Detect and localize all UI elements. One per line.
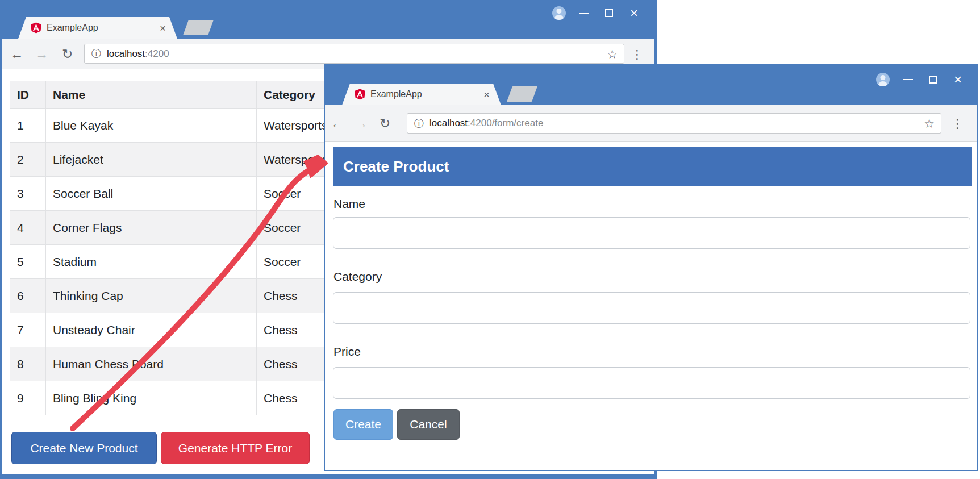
cancel-button[interactable]: Cancel	[397, 409, 460, 440]
form-title-bar: Create Product	[333, 147, 972, 186]
cell-name: Thinking Cap	[46, 279, 257, 313]
angular-logo-icon	[355, 89, 365, 100]
window-titlebar: ExampleApp × ×	[325, 65, 977, 105]
address-bar[interactable]: ⓘ localhost:4200 ☆	[84, 44, 624, 64]
refresh-icon[interactable]: ↻	[62, 47, 73, 60]
url-text: localhost:4200/form/create	[429, 118, 543, 129]
price-label: Price	[333, 345, 361, 359]
cell-name: Lifejacket	[46, 143, 257, 177]
bookmark-star-icon[interactable]: ☆	[924, 118, 935, 130]
column-header: ID	[10, 81, 46, 109]
cell-name: Bling Bling King	[46, 381, 257, 415]
price-input[interactable]	[333, 367, 970, 399]
tab-title: ExampleApp	[370, 89, 422, 99]
toolbar-separator	[945, 116, 945, 131]
tab-exampleapp[interactable]: ExampleApp ×	[342, 84, 501, 105]
generate-http-error-button[interactable]: Generate HTTP Error	[161, 432, 310, 464]
browser-menu-icon[interactable]: ⋮	[631, 48, 643, 60]
form-title: Create Product	[343, 158, 449, 176]
create-button[interactable]: Create	[333, 409, 393, 440]
close-button[interactable]: ×	[945, 72, 970, 88]
new-tab-button[interactable]	[507, 86, 537, 102]
address-bar[interactable]: ⓘ localhost:4200/form/create ☆	[407, 113, 941, 134]
page-info-icon[interactable]: ⓘ	[91, 47, 101, 60]
angular-logo-icon	[31, 22, 41, 34]
maximize-button[interactable]	[920, 72, 945, 88]
cell-id: 7	[10, 313, 46, 347]
forward-icon[interactable]: →	[35, 47, 48, 60]
forward-icon[interactable]: →	[355, 117, 368, 130]
profile-icon[interactable]	[547, 5, 572, 21]
profile-icon[interactable]	[870, 72, 895, 88]
cell-name: Human Chess Board	[46, 347, 257, 381]
cell-id: 6	[10, 279, 46, 313]
back-icon[interactable]: ←	[331, 117, 344, 130]
window-titlebar: ExampleApp × ×	[2, 0, 654, 39]
page: ExampleApp × × ← → ↻ ⓘ localhost:4200 ☆ …	[0, 0, 980, 479]
maximize-button[interactable]	[597, 5, 622, 21]
cell-name: Blue Kayak	[46, 109, 257, 143]
close-button[interactable]: ×	[622, 5, 647, 21]
refresh-icon[interactable]: ↻	[380, 117, 390, 130]
browser-toolbar: ← → ↻ ⓘ localhost:4200/form/create ☆ ⋮	[325, 105, 977, 142]
cell-name: Stadium	[46, 245, 257, 279]
cell-id: 9	[10, 381, 46, 415]
minimize-button[interactable]	[572, 5, 597, 21]
url-text: localhost:4200	[107, 48, 169, 60]
create-product-page: Create Product Name Category Price Creat…	[325, 142, 977, 470]
name-label: Name	[333, 197, 365, 211]
create-new-product-button[interactable]: Create New Product	[11, 432, 157, 464]
minimize-button[interactable]	[895, 72, 920, 88]
cell-name: Unsteady Chair	[46, 313, 257, 347]
cell-id: 1	[10, 109, 46, 143]
new-tab-button[interactable]	[183, 20, 214, 35]
cell-id: 4	[10, 211, 46, 245]
bookmark-star-icon[interactable]: ☆	[607, 48, 618, 60]
tab-close-icon[interactable]: ×	[160, 23, 166, 34]
tab-exampleapp[interactable]: ExampleApp ×	[18, 17, 177, 39]
cell-id: 5	[10, 245, 46, 279]
tab-close-icon[interactable]: ×	[483, 89, 490, 100]
tab-title: ExampleApp	[47, 23, 98, 33]
column-header: Name	[46, 81, 257, 109]
cell-name: Corner Flags	[46, 211, 257, 245]
browser-window-create-form: ExampleApp × × ← → ↻ ⓘ localhost:4200/fo…	[324, 64, 978, 471]
cell-name: Soccer Ball	[46, 177, 257, 211]
back-icon[interactable]: ←	[10, 47, 23, 60]
category-label: Category	[333, 270, 382, 284]
cell-id: 3	[10, 177, 46, 211]
name-input[interactable]	[333, 217, 970, 249]
page-info-icon[interactable]: ⓘ	[414, 117, 424, 130]
browser-menu-icon[interactable]: ⋮	[952, 118, 964, 130]
category-input[interactable]	[333, 292, 970, 324]
cell-id: 2	[10, 143, 46, 177]
cell-id: 8	[10, 347, 46, 381]
